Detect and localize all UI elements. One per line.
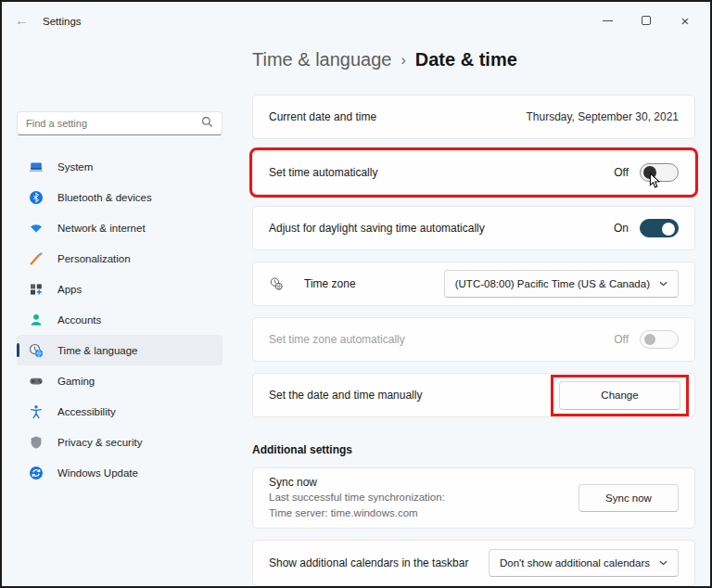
minimize-button[interactable] xyxy=(588,6,627,34)
row-set-time-automatically: Set time automatically Off xyxy=(252,150,695,195)
row-set-manually: Set the date and time manually Change xyxy=(252,373,695,417)
chevron-down-icon xyxy=(659,281,668,287)
breadcrumb-parent[interactable]: Time & language xyxy=(252,49,391,70)
chevron-down-icon xyxy=(659,560,668,566)
row-label: Show additional calendars in the taskbar xyxy=(269,556,489,569)
calendars-value: Don't show additional calendars xyxy=(500,557,650,569)
sidebar-item-label: Accessibility xyxy=(57,406,116,417)
sync-server-line: Time server: time.windows.com xyxy=(269,505,578,520)
person-icon xyxy=(29,313,44,327)
row-additional-calendars: Show additional calendars in the taskbar… xyxy=(252,540,695,586)
sidebar-item-label: Apps xyxy=(57,284,82,295)
titlebar: ← Settings × xyxy=(2,2,710,39)
shield-icon xyxy=(29,435,44,450)
settings-window: ← Settings × System Bluetooth & devices xyxy=(0,0,712,588)
sidebar-item-label: Gaming xyxy=(57,376,95,387)
row-set-time-zone-automatically: Set time zone automatically Off xyxy=(252,317,695,362)
search-icon xyxy=(201,115,213,132)
sidebar-nav: System Bluetooth & devices Network & int… xyxy=(17,151,222,488)
daylight-saving-toggle[interactable] xyxy=(640,219,679,237)
row-label: Adjust for daylight saving time automati… xyxy=(269,222,614,235)
breadcrumb-separator-icon: › xyxy=(400,50,405,69)
sidebar-item-gaming[interactable]: Gaming xyxy=(17,365,222,396)
gamepad-icon xyxy=(29,374,44,389)
sidebar-item-windows-update[interactable]: Windows Update xyxy=(17,457,222,488)
search-input[interactable] xyxy=(26,118,201,129)
sync-now-button[interactable]: Sync now xyxy=(578,484,679,512)
sync-last-line: Last successful time synchronization: xyxy=(269,490,578,505)
sidebar-item-label: System xyxy=(57,161,93,173)
row-label: Set the date and time manually xyxy=(269,389,551,402)
time-zone-value: (UTC-08:00) Pacific Time (US & Canada) xyxy=(455,278,650,289)
sidebar-item-network[interactable]: Network & internet xyxy=(17,212,222,243)
minimize-icon xyxy=(603,20,613,21)
sidebar-item-bluetooth[interactable]: Bluetooth & devices xyxy=(17,182,222,212)
sidebar-item-system[interactable]: System xyxy=(17,151,222,182)
sync-title: Sync now xyxy=(269,476,578,489)
page-title: Date & time xyxy=(415,49,517,70)
search-box[interactable] xyxy=(17,111,222,135)
row-time-zone: Time zone (UTC-08:00) Pacific Time (US &… xyxy=(252,262,695,306)
set-time-zone-toggle xyxy=(640,330,679,349)
wifi-icon xyxy=(29,221,44,236)
sidebar-item-privacy[interactable]: Privacy & security xyxy=(17,427,222,457)
row-daylight-saving: Adjust for daylight saving time automati… xyxy=(252,206,695,250)
sidebar: System Bluetooth & devices Network & int… xyxy=(17,111,222,488)
maximize-button[interactable] xyxy=(627,6,666,34)
sidebar-item-label: Bluetooth & devices xyxy=(57,192,152,203)
breadcrumb: Time & language › Date & time xyxy=(252,46,695,72)
set-time-automatically-toggle[interactable] xyxy=(640,163,679,182)
toggle-knob xyxy=(644,334,655,345)
sidebar-item-accessibility[interactable]: Accessibility xyxy=(17,396,222,427)
row-label: Current date and time xyxy=(269,110,526,123)
current-date-value: Thursday, September 30, 2021 xyxy=(526,110,679,123)
close-button[interactable]: × xyxy=(666,6,705,34)
update-icon xyxy=(29,466,44,480)
row-current-date-time: Current date and time Thursday, Septembe… xyxy=(252,95,695,139)
close-icon: × xyxy=(681,14,690,28)
main-content: Time & language › Date & time Current da… xyxy=(252,46,695,586)
sidebar-item-personalization[interactable]: Personalization xyxy=(17,243,222,274)
toggle-state-label: Off xyxy=(614,333,629,346)
sidebar-item-label: Personalization xyxy=(57,253,131,264)
sidebar-item-label: Windows Update xyxy=(57,467,138,479)
laptop-icon xyxy=(29,160,44,174)
brush-icon xyxy=(29,251,44,266)
mouse-cursor-icon xyxy=(649,173,661,194)
maximize-icon xyxy=(642,16,651,25)
toggle-state-label: On xyxy=(614,222,629,235)
sidebar-item-label: Accounts xyxy=(57,314,101,326)
change-button[interactable]: Change xyxy=(559,381,680,410)
sidebar-item-label: Time & language xyxy=(57,345,138,356)
toggle-knob xyxy=(662,223,675,236)
row-label: Set time automatically xyxy=(269,166,614,179)
highlight-box: Change xyxy=(551,375,689,416)
clock-globe-icon xyxy=(29,343,44,358)
row-label: Time zone xyxy=(304,277,444,290)
row-label: Set time zone automatically xyxy=(269,333,614,346)
sidebar-item-accounts[interactable]: Accounts xyxy=(17,304,222,335)
sync-info: Sync now Last successful time synchroniz… xyxy=(269,476,578,520)
bluetooth-icon xyxy=(29,190,44,205)
timezone-clock-globe-icon xyxy=(269,276,287,291)
window-controls: × xyxy=(588,2,705,39)
sidebar-item-apps[interactable]: Apps xyxy=(17,274,222,304)
accessibility-icon xyxy=(29,404,44,419)
additional-settings-heading: Additional settings xyxy=(252,443,695,456)
apps-grid-icon xyxy=(29,282,44,297)
toggle-state-label: Off xyxy=(614,166,629,179)
row-sync-now: Sync now Last successful time synchroniz… xyxy=(252,467,695,529)
calendars-dropdown[interactable]: Don't show additional calendars xyxy=(489,549,679,577)
sidebar-item-label: Network & internet xyxy=(57,223,146,234)
window-title: Settings xyxy=(43,16,82,27)
sidebar-item-time-language[interactable]: Time & language xyxy=(17,335,222,365)
time-zone-dropdown[interactable]: (UTC-08:00) Pacific Time (US & Canada) xyxy=(444,270,679,298)
back-icon[interactable]: ← xyxy=(15,13,29,27)
sidebar-item-label: Privacy & security xyxy=(57,437,142,448)
